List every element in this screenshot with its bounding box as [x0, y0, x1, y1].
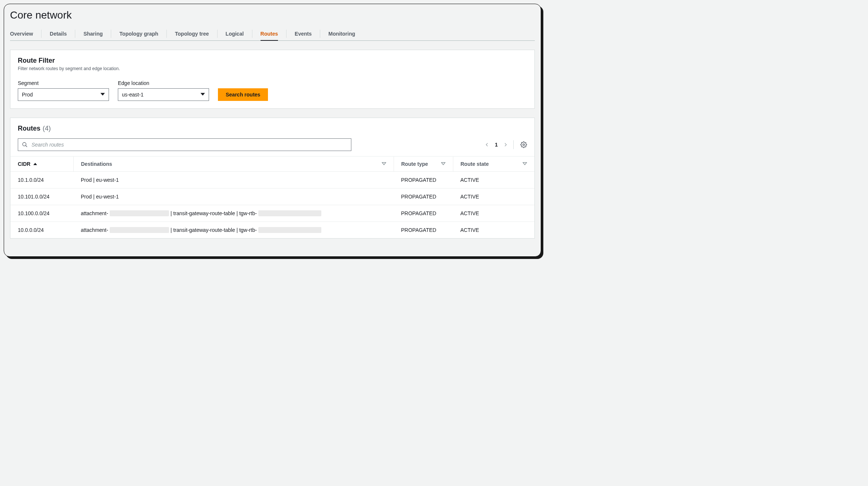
redacted-value: [110, 227, 169, 233]
column-header-route-type[interactable]: Route type: [394, 157, 453, 172]
table-row: 10.100.0.0/24attachment- | transit-gatew…: [10, 205, 534, 222]
svg-point-2: [523, 144, 525, 146]
route-filter-subtitle: Filter network routes by segment and edg…: [18, 66, 527, 71]
next-page-button[interactable]: [503, 142, 508, 147]
search-routes-input[interactable]: [31, 141, 347, 148]
edge-location-label: Edge location: [118, 80, 209, 86]
divider: [41, 30, 42, 38]
tab-overview[interactable]: Overview: [10, 27, 33, 40]
tab-monitoring[interactable]: Monitoring: [328, 27, 355, 40]
edge-location-field: Edge location us-east-1: [118, 80, 209, 101]
route-state-cell: ACTIVE: [453, 172, 534, 188]
cidr-cell: 10.101.0.0/24: [10, 188, 73, 205]
search-routes-input-wrapper[interactable]: [18, 138, 351, 151]
tab-bar: OverviewDetailsSharingTopology graphTopo…: [10, 27, 535, 41]
filter-icon[interactable]: [382, 162, 386, 166]
tab-sharing[interactable]: Sharing: [83, 27, 103, 40]
divider: [286, 30, 286, 38]
cidr-cell: 10.0.0.0/24: [10, 222, 73, 239]
search-routes-button[interactable]: Search routes: [218, 88, 268, 101]
caret-down-icon: [100, 92, 105, 98]
route-state-cell: ACTIVE: [453, 205, 534, 222]
destinations-cell: Prod | eu-west-1: [73, 188, 394, 205]
column-label: CIDR: [18, 161, 30, 167]
destination-text: Prod | eu-west-1: [81, 194, 119, 200]
segment-value: Prod: [22, 92, 33, 98]
routes-count: (4): [43, 125, 51, 132]
divider: [320, 30, 320, 38]
routes-table: CIDR Destinations Route type: [10, 156, 534, 238]
destinations-cell: attachment- | transit-gateway-route-tabl…: [73, 205, 394, 222]
segment-field: Segment Prod: [18, 80, 109, 101]
sort-asc-icon: [33, 162, 37, 166]
svg-line-1: [26, 145, 27, 147]
routes-panel: Routes (4) 1 CIDR: [10, 118, 535, 239]
tab-details[interactable]: Details: [50, 27, 67, 40]
divider: [252, 30, 252, 38]
divider: [111, 30, 111, 38]
routes-toolbar: 1: [10, 138, 534, 156]
filter-icon[interactable]: [441, 162, 445, 166]
panel-header: Route Filter Filter network routes by se…: [10, 50, 534, 74]
tab-topology-graph[interactable]: Topology graph: [119, 27, 158, 40]
tab-topology-tree[interactable]: Topology tree: [175, 27, 209, 40]
cidr-cell: 10.100.0.0/24: [10, 205, 73, 222]
destination-text: attachment-: [81, 227, 108, 233]
divider: [166, 30, 167, 38]
destination-text: attachment-: [81, 210, 108, 216]
settings-icon[interactable]: [520, 141, 527, 148]
segment-label: Segment: [18, 80, 109, 86]
column-header-cidr[interactable]: CIDR: [10, 157, 73, 172]
edge-location-select[interactable]: us-east-1: [118, 88, 209, 101]
page-container: Core network OverviewDetailsSharingTopol…: [4, 4, 541, 257]
destinations-cell: Prod | eu-west-1: [73, 172, 394, 188]
tab-events[interactable]: Events: [295, 27, 312, 40]
destination-text: Prod | eu-west-1: [81, 177, 119, 183]
segment-select[interactable]: Prod: [18, 88, 109, 101]
column-label: Destinations: [81, 161, 112, 167]
destinations-cell: attachment- | transit-gateway-route-tabl…: [73, 222, 394, 239]
column-header-route-state[interactable]: Route state: [453, 157, 534, 172]
table-row: 10.0.0.0/24attachment- | transit-gateway…: [10, 222, 534, 239]
divider: [217, 30, 218, 38]
cidr-cell: 10.1.0.0/24: [10, 172, 73, 188]
column-label: Route type: [401, 161, 428, 167]
column-header-destinations[interactable]: Destinations: [73, 157, 394, 172]
route-type-cell: PROPAGATED: [394, 205, 453, 222]
edge-location-value: us-east-1: [122, 92, 143, 98]
prev-page-button[interactable]: [484, 142, 490, 147]
route-type-cell: PROPAGATED: [394, 222, 453, 239]
destination-text: | transit-gateway-route-table | tgw-rtb-: [170, 227, 257, 233]
table-row: 10.101.0.0/24Prod | eu-west-1PROPAGATEDA…: [10, 188, 534, 205]
redacted-value: [110, 210, 169, 216]
routes-title: Routes: [18, 125, 40, 132]
divider: [513, 140, 514, 149]
redacted-value: [258, 227, 321, 233]
tab-logical[interactable]: Logical: [226, 27, 244, 40]
route-type-cell: PROPAGATED: [394, 172, 453, 188]
filter-icon[interactable]: [523, 162, 527, 166]
redacted-value: [258, 210, 321, 216]
column-label: Route state: [461, 161, 489, 167]
search-icon: [22, 142, 28, 148]
divider: [75, 30, 75, 38]
tab-routes[interactable]: Routes: [261, 27, 278, 40]
panel-body: Segment Prod Edge location us-east-1: [10, 74, 534, 108]
table-row: 10.1.0.0/24Prod | eu-west-1PROPAGATEDACT…: [10, 172, 534, 188]
route-filter-panel: Route Filter Filter network routes by se…: [10, 50, 535, 109]
route-state-cell: ACTIVE: [453, 188, 534, 205]
route-filter-title: Route Filter: [18, 57, 527, 65]
destination-text: | transit-gateway-route-table | tgw-rtb-: [170, 210, 257, 216]
caret-down-icon: [201, 92, 205, 98]
page-title: Core network: [10, 9, 535, 21]
page-number: 1: [495, 142, 498, 148]
route-state-cell: ACTIVE: [453, 222, 534, 239]
filter-row: Segment Prod Edge location us-east-1: [18, 80, 527, 101]
route-type-cell: PROPAGATED: [394, 188, 453, 205]
routes-header: Routes (4): [10, 118, 534, 138]
pagination: 1: [484, 140, 527, 149]
svg-point-0: [23, 142, 26, 146]
